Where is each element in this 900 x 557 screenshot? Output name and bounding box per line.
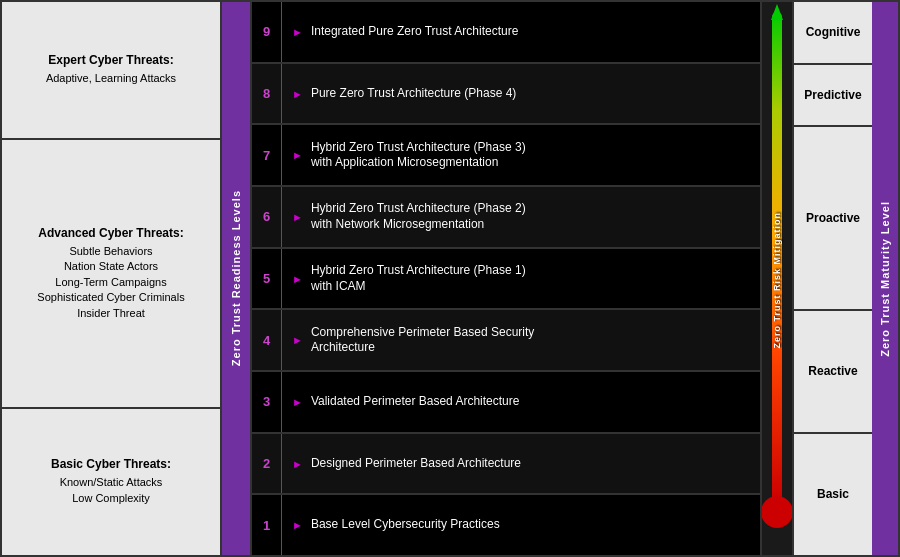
row-text-9: Integrated Pure Zero Trust Architecture: [311, 24, 518, 40]
maturity-basic-label: Basic: [817, 487, 849, 501]
row-number-9: 9: [252, 2, 282, 62]
row-8: 8 ► Pure Zero Trust Architecture (Phase …: [252, 64, 760, 126]
arrow-3: ►: [292, 396, 303, 408]
row-text-3: Validated Perimeter Based Architecture: [311, 394, 520, 410]
row-content-2: ► Designed Perimeter Based Architecture: [282, 434, 760, 494]
arrow-1: ►: [292, 519, 303, 531]
row-text-6: Hybrid Zero Trust Architecture (Phase 2)…: [311, 201, 526, 232]
row-text-1: Base Level Cybersecurity Practices: [311, 517, 500, 533]
advanced-threats-title: Advanced Cyber Threats:: [37, 226, 184, 240]
basic-threats-desc: Known/Static AttacksLow Complexity: [51, 475, 171, 506]
maturity-proactive-label: Proactive: [806, 211, 860, 225]
arrow-2: ►: [292, 458, 303, 470]
readiness-label-text: Zero Trust Readiness Levels: [230, 190, 242, 366]
row-text-8: Pure Zero Trust Architecture (Phase 4): [311, 86, 516, 102]
row-2: 2 ► Designed Perimeter Based Architectur…: [252, 434, 760, 496]
maturity-proactive: Proactive: [794, 127, 872, 311]
arrow-6: ►: [292, 211, 303, 223]
maturity-reactive: Reactive: [794, 311, 872, 434]
basic-threats-title: Basic Cyber Threats:: [51, 457, 171, 471]
svg-point-1: [762, 496, 792, 528]
row-6: 6 ► Hybrid Zero Trust Architecture (Phas…: [252, 187, 760, 249]
readiness-grid: 9 ► Integrated Pure Zero Trust Architect…: [250, 2, 762, 555]
row-number-7: 7: [252, 125, 282, 185]
row-content-8: ► Pure Zero Trust Architecture (Phase 4): [282, 64, 760, 124]
expert-threats-desc: Adaptive, Learning Attacks: [46, 71, 176, 86]
expert-threats-section: Expert Cyber Threats: Adaptive, Learning…: [2, 2, 220, 140]
row-content-3: ► Validated Perimeter Based Architecture: [282, 372, 760, 432]
zt-maturity-bar: Zero Trust Maturity Level: [872, 2, 898, 555]
maturity-predictive: Predictive: [794, 65, 872, 128]
maturity-cognitive-label: Cognitive: [806, 25, 861, 39]
row-content-9: ► Integrated Pure Zero Trust Architectur…: [282, 2, 760, 62]
maturity-reactive-label: Reactive: [808, 364, 857, 378]
arrow-8: ►: [292, 88, 303, 100]
row-text-4: Comprehensive Perimeter Based SecurityAr…: [311, 325, 534, 356]
row-5: 5 ► Hybrid Zero Trust Architecture (Phas…: [252, 249, 760, 311]
row-number-8: 8: [252, 64, 282, 124]
row-1: 1 ► Base Level Cybersecurity Practices: [252, 495, 760, 555]
threat-panel: Expert Cyber Threats: Adaptive, Learning…: [2, 2, 222, 555]
row-content-6: ► Hybrid Zero Trust Architecture (Phase …: [282, 187, 760, 247]
arrow-9: ►: [292, 26, 303, 38]
advanced-threats-desc: Subtle BehaviorsNation State ActorsLong-…: [37, 244, 184, 321]
row-4: 4 ► Comprehensive Perimeter Based Securi…: [252, 310, 760, 372]
row-text-2: Designed Perimeter Based Architecture: [311, 456, 521, 472]
row-number-5: 5: [252, 249, 282, 309]
expert-threats-title: Expert Cyber Threats:: [46, 53, 176, 67]
maturity-basic: Basic: [794, 434, 872, 555]
row-text-7: Hybrid Zero Trust Architecture (Phase 3)…: [311, 140, 526, 171]
arrow-4: ►: [292, 334, 303, 346]
zt-maturity-text: Zero Trust Maturity Level: [879, 201, 891, 357]
row-number-4: 4: [252, 310, 282, 370]
maturity-predictive-label: Predictive: [804, 88, 861, 102]
row-content-1: ► Base Level Cybersecurity Practices: [282, 495, 760, 555]
row-content-5: ► Hybrid Zero Trust Architecture (Phase …: [282, 249, 760, 309]
row-content-4: ► Comprehensive Perimeter Based Security…: [282, 310, 760, 370]
row-9: 9 ► Integrated Pure Zero Trust Architect…: [252, 2, 760, 64]
row-number-3: 3: [252, 372, 282, 432]
advanced-threats-section: Advanced Cyber Threats: Subtle Behaviors…: [2, 140, 220, 409]
thermometer-svg: [762, 2, 792, 555]
basic-threats-section: Basic Cyber Threats: Known/Static Attack…: [2, 409, 220, 555]
readiness-label-bar: Zero Trust Readiness Levels: [222, 2, 250, 555]
svg-rect-0: [772, 12, 782, 502]
maturity-panel: Cognitive Predictive Proactive Reactive …: [792, 2, 872, 555]
row-number-6: 6: [252, 187, 282, 247]
row-text-5: Hybrid Zero Trust Architecture (Phase 1)…: [311, 263, 526, 294]
row-number-2: 2: [252, 434, 282, 494]
arrow-7: ►: [292, 149, 303, 161]
row-content-7: ► Hybrid Zero Trust Architecture (Phase …: [282, 125, 760, 185]
main-container: Expert Cyber Threats: Adaptive, Learning…: [0, 0, 900, 557]
thermometer-column: Zero Trust Risk Mitigation: [762, 2, 792, 555]
maturity-cognitive: Cognitive: [794, 2, 872, 65]
row-number-1: 1: [252, 495, 282, 555]
row-7: 7 ► Hybrid Zero Trust Architecture (Phas…: [252, 125, 760, 187]
row-3: 3 ► Validated Perimeter Based Architectu…: [252, 372, 760, 434]
arrow-5: ►: [292, 273, 303, 285]
svg-marker-2: [771, 4, 783, 20]
